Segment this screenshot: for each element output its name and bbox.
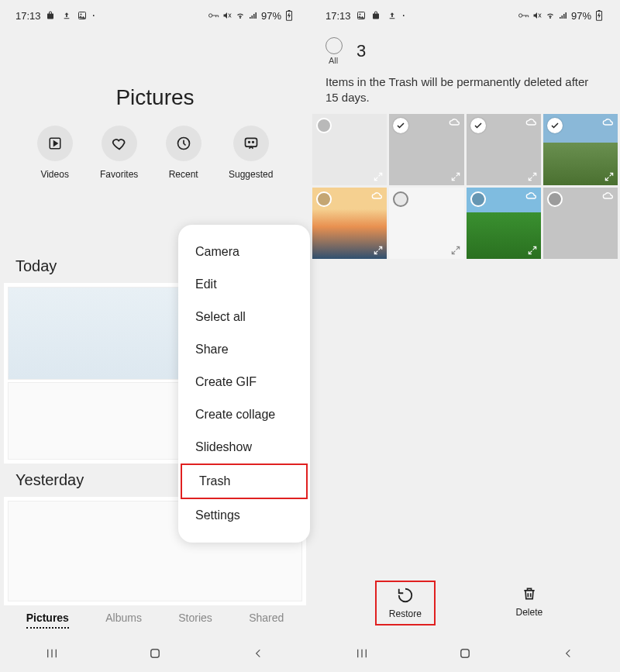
cloud-icon	[602, 191, 615, 200]
trash-message: Items in the Trash will be permanently d…	[310, 68, 620, 114]
bag-icon	[371, 10, 382, 21]
svg-rect-15	[598, 10, 601, 11]
expand-icon	[450, 245, 461, 256]
heart-icon	[112, 136, 127, 151]
select-checkbox-icon[interactable]	[316, 191, 332, 207]
menu-slideshow[interactable]: Slideshow	[178, 431, 310, 464]
trash-grid	[310, 114, 620, 259]
trash-item[interactable]	[543, 188, 618, 259]
menu-camera[interactable]: Camera	[178, 236, 310, 268]
trash-action-bar: Restore Delete	[310, 571, 620, 635]
tab-pictures[interactable]: Pictures	[26, 612, 69, 629]
expand-icon	[527, 171, 538, 182]
svg-rect-16	[461, 650, 470, 658]
upload-icon	[61, 10, 72, 21]
back-nav-icon[interactable]	[560, 646, 576, 661]
status-bar: 17:13 · 97%	[310, 0, 620, 31]
cloud-icon	[525, 117, 538, 126]
select-checkbox-icon[interactable]	[316, 118, 332, 133]
chat-icon	[243, 136, 259, 151]
trash-select-header: All 3	[310, 31, 620, 68]
nav-bar	[310, 635, 620, 672]
select-all-checkbox[interactable]	[326, 37, 343, 54]
tab-stories[interactable]: Stories	[178, 612, 212, 629]
checked-icon[interactable]	[547, 118, 563, 133]
trash-item[interactable]	[389, 114, 463, 185]
mute-icon	[222, 10, 232, 21]
selected-count: 3	[356, 41, 366, 61]
left-screen-pictures: 17:13 · 97% Pictures Vide	[0, 0, 310, 672]
menu-create-collage[interactable]: Create collage	[178, 398, 310, 431]
menu-share[interactable]: Share	[178, 333, 310, 366]
status-time: 17:13	[326, 10, 351, 22]
svg-point-2	[208, 14, 212, 17]
trash-item[interactable]	[467, 114, 541, 185]
expand-icon	[527, 245, 538, 256]
image-icon	[356, 10, 367, 21]
restore-button[interactable]: Restore	[375, 581, 436, 625]
image-icon	[77, 10, 88, 21]
select-all-label: All	[329, 56, 338, 65]
trash-icon	[522, 585, 537, 602]
cloud-icon	[449, 117, 461, 126]
tab-albums[interactable]: Albums	[105, 612, 142, 629]
bag-icon	[46, 10, 57, 21]
status-bar: 17:13 · 97%	[0, 0, 310, 31]
trash-item[interactable]	[543, 114, 618, 185]
svg-point-12	[359, 14, 360, 16]
checked-icon[interactable]	[393, 118, 408, 133]
restore-icon	[397, 587, 414, 604]
quick-videos[interactable]: Videos	[37, 126, 73, 180]
select-checkbox-icon[interactable]	[470, 191, 486, 207]
recents-nav-icon[interactable]	[44, 646, 60, 661]
nav-bar	[0, 635, 310, 672]
back-nav-icon[interactable]	[250, 646, 266, 661]
vpn-icon	[208, 10, 219, 21]
bottom-tabs: Pictures Albums Stories Shared	[0, 605, 310, 635]
trash-item[interactable]	[467, 188, 541, 259]
signal-icon	[248, 10, 259, 21]
tab-shared[interactable]: Shared	[249, 612, 284, 629]
expand-icon	[604, 171, 615, 182]
cloud-icon	[525, 191, 538, 200]
right-screen-trash: 17:13 · 97% All 3	[310, 0, 620, 672]
expand-icon	[373, 171, 384, 182]
svg-rect-7	[245, 138, 257, 146]
checked-icon[interactable]	[470, 118, 486, 133]
context-menu: Camera Edit Select all Share Create GIF …	[178, 225, 310, 543]
menu-edit[interactable]: Edit	[178, 268, 310, 301]
trash-item[interactable]	[312, 114, 387, 185]
quick-access-row: Videos Favorites Recent Suggested	[0, 110, 310, 188]
expand-icon	[373, 245, 384, 256]
select-checkbox-icon[interactable]	[393, 191, 408, 207]
delete-button[interactable]: Delete	[503, 581, 555, 625]
menu-trash[interactable]: Trash	[181, 464, 308, 499]
quick-suggested[interactable]: Suggested	[229, 126, 273, 180]
wifi-icon	[235, 10, 246, 21]
svg-rect-10	[151, 650, 160, 658]
cloud-icon	[371, 191, 384, 200]
svg-point-13	[518, 14, 522, 17]
menu-settings[interactable]: Settings	[178, 499, 310, 532]
trash-item[interactable]	[312, 188, 387, 259]
trash-item[interactable]	[389, 188, 463, 259]
battery-text: 97%	[261, 10, 281, 22]
svg-point-8	[248, 142, 250, 143]
battery-icon	[284, 10, 294, 21]
vpn-icon	[518, 10, 529, 21]
home-nav-icon[interactable]	[457, 646, 473, 661]
battery-icon	[594, 10, 604, 21]
quick-recent[interactable]: Recent	[166, 126, 202, 180]
recents-nav-icon[interactable]	[354, 646, 370, 661]
menu-create-gif[interactable]: Create GIF	[178, 366, 310, 398]
status-time: 17:13	[16, 10, 41, 22]
upload-icon	[387, 10, 398, 21]
page-title: Pictures	[0, 85, 310, 110]
mute-icon	[532, 10, 542, 21]
quick-favorites[interactable]: Favorites	[100, 126, 138, 180]
menu-select-all[interactable]: Select all	[178, 301, 310, 333]
clock-icon	[176, 136, 191, 151]
home-nav-icon[interactable]	[147, 646, 163, 661]
select-checkbox-icon[interactable]	[547, 191, 563, 207]
cloud-icon	[602, 117, 615, 126]
